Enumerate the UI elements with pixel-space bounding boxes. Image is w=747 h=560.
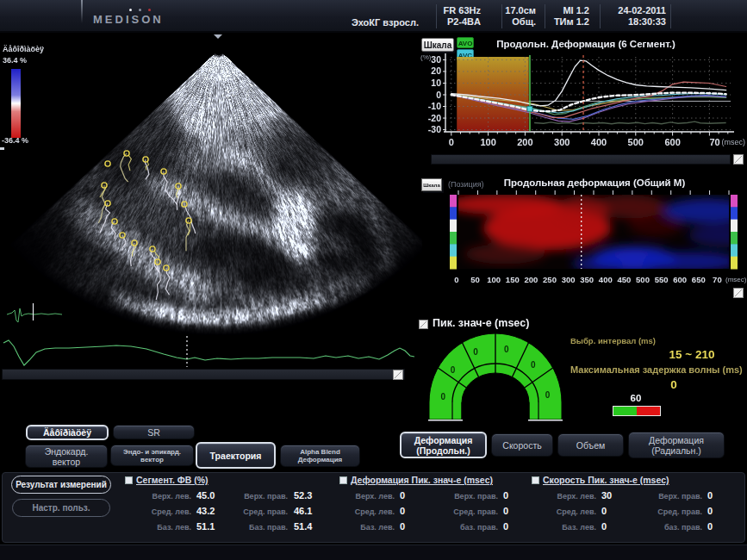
strain-blob <box>642 252 738 271</box>
measure-value: 0 <box>707 490 713 501</box>
graph-expand-icon[interactable] <box>733 154 744 165</box>
mmode-x-label: 300 <box>562 275 576 284</box>
selected-interval-label: Выбр. интервал (ms) <box>570 336 656 345</box>
measure-value: 0 <box>503 521 508 532</box>
segment-value: 0 <box>545 390 551 400</box>
x-tick-label: 100 <box>480 137 495 147</box>
measure-label: Сред. прав. <box>243 507 288 516</box>
column-checkbox[interactable] <box>125 476 133 484</box>
button-sr[interactable]: SR <box>113 425 195 439</box>
graph-scrollbar[interactable] <box>431 154 731 165</box>
button-alpha-blend-deformation[interactable]: Alpha BlendДеформация <box>280 445 360 467</box>
segment-color-left <box>450 207 457 220</box>
measure-value: 46.1 <box>294 506 312 516</box>
column-checkbox[interactable] <box>532 476 539 484</box>
mode-label: Общ. <box>505 16 536 28</box>
mmode-x-label: 100 <box>487 275 501 284</box>
button-endo-epicard-vector[interactable]: Эндо- и эпикард.вектор <box>110 445 194 466</box>
topbar-separator <box>436 4 437 28</box>
focus-position-marker[interactable] <box>0 147 4 150</box>
segment-color-right <box>731 244 738 257</box>
measure-label: Сред. прав. <box>453 507 498 516</box>
measure-label: Баз. прав. <box>249 523 288 532</box>
ultrasound-sector-image <box>0 33 422 336</box>
button-deformation-radial[interactable]: Деформация(Радиальн.) <box>628 432 725 458</box>
cine-scrollbar[interactable] <box>2 369 405 380</box>
mi-tim: MI 1.2 ТИм 1.2 <box>554 5 589 28</box>
measure-label: Баз. лев. <box>157 523 191 532</box>
button-deformation-longitudinal[interactable]: Деформация(Продольн.) <box>400 432 487 458</box>
logo-accent-line <box>81 0 83 23</box>
avc-cursor-handle <box>527 106 532 111</box>
mmode-x-label: 350 <box>580 275 594 284</box>
button-label: Alpha Blend <box>300 448 340 456</box>
depth-value: 17.0см <box>505 5 536 16</box>
measure-value: 0 <box>400 490 405 501</box>
mmode-x-label: 500 <box>636 275 650 284</box>
date-value: 24-02-2011 <box>618 5 666 16</box>
button-trajectory[interactable]: Траектория <box>196 442 276 469</box>
frame-rate-probe: FR 63Hz P2-4BA <box>444 5 481 28</box>
button-label: Деформация <box>414 435 473 445</box>
x-tick-label: 300 <box>554 137 570 147</box>
bottom-strip <box>0 544 747 560</box>
measure-label: Сред. лев. <box>152 507 191 516</box>
mmode-x-label: 200 <box>524 275 538 284</box>
frame-rate: FR 63Hz <box>444 5 481 16</box>
measure-label: Сред. лев. <box>355 507 395 516</box>
mmode-x-label: 400 <box>599 275 613 284</box>
button-label: Объем <box>576 440 605 451</box>
column-checkbox[interactable] <box>339 476 347 484</box>
measure-value: 0 <box>707 521 713 532</box>
mmode-x-label: 0 <box>454 275 458 284</box>
mmode-expand-icon[interactable] <box>733 288 744 298</box>
y-tick-label: -20 <box>428 113 441 123</box>
segment-bullseye: 000000 <box>420 327 575 424</box>
segment-color-left <box>450 257 457 270</box>
strain-blob <box>464 244 545 264</box>
mmode-x-label: 150 <box>506 275 520 284</box>
button-volume[interactable]: Объем <box>557 433 624 457</box>
segment-color-right <box>731 220 738 233</box>
measure-label: Верх. лев. <box>557 492 596 501</box>
x-tick-label: 600 <box>664 137 680 147</box>
measurement-result-button[interactable]: Результат измерений <box>11 476 111 494</box>
column-header: Сегмент. ФВ (%) <box>136 475 209 485</box>
strain-graph-plot: 3020100-10-20-30010020030040050060070(ms… <box>418 34 747 155</box>
delay-colorbar-green <box>613 407 637 415</box>
logo-dot-gray <box>139 9 141 11</box>
user-settings-button[interactable]: Настр. польз. <box>12 499 110 517</box>
mmode-x-label: 600 <box>673 275 687 284</box>
selected-interval-value: 15 ~ 210 <box>655 348 729 361</box>
measure-value: 30 <box>601 490 612 501</box>
measure-value: 0 <box>601 506 607 516</box>
measure-value: 51.1 <box>196 521 215 532</box>
strain-blob <box>572 256 622 272</box>
button-label: Скорость <box>502 440 541 451</box>
measure-label: баз. прав. <box>664 523 702 532</box>
button-endocard-vector[interactable]: Эндокард.вектор <box>25 445 108 468</box>
button-velocity[interactable]: Скорость <box>491 433 553 457</box>
button-label: вектор <box>53 457 80 467</box>
tim-value: ТИм 1.2 <box>554 16 589 28</box>
button-deformation[interactable]: Äåôîðìàöèÿ <box>26 425 109 440</box>
logo-dot-white <box>129 9 132 11</box>
ultrasound-screen: MEDISON ЭхоКГ взросл. FR 63Hz P2-4BA 17.… <box>0 0 747 560</box>
button-label: SR <box>147 427 160 438</box>
y-tick-label: -30 <box>428 124 441 134</box>
button-label: (Продольн.) <box>416 445 470 456</box>
strain-colorbar <box>11 69 21 138</box>
topbar-separator <box>545 4 545 28</box>
ecg-trace <box>3 340 414 365</box>
mmode-x-label: 250 <box>543 275 557 284</box>
logo-dot-red <box>148 9 151 11</box>
measure-value: 45.0 <box>196 490 215 501</box>
medison-logo: MEDISON <box>93 13 164 26</box>
cine-expand-icon[interactable] <box>393 370 403 380</box>
selected-interval-region <box>457 57 528 131</box>
y-tick-label: 0 <box>436 90 441 100</box>
segment-color-left <box>450 220 457 233</box>
y-tick-label: 20 <box>431 65 441 76</box>
delay-colorbar-red <box>637 407 660 415</box>
segment-color-left <box>450 244 457 257</box>
